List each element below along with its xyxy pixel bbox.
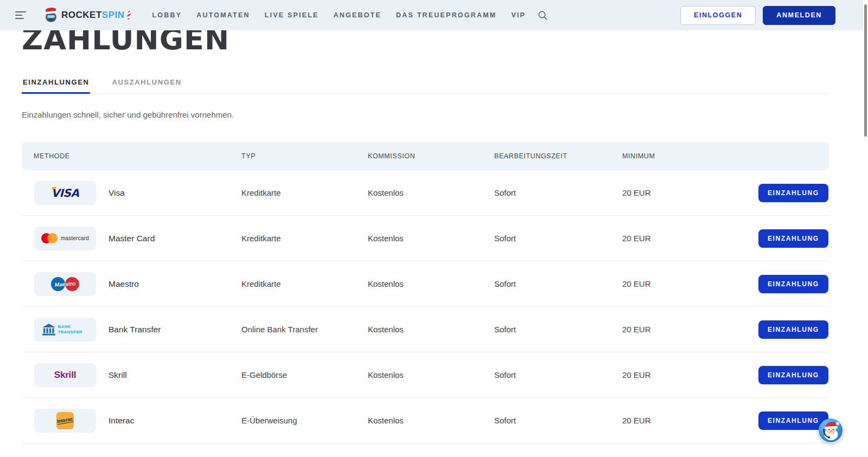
method-type: Kreditkarte — [241, 279, 368, 288]
method-type: Online Bank Transfer — [241, 325, 368, 334]
nav-item-lobby[interactable]: LOBBY — [152, 11, 182, 19]
nav-item-vip[interactable]: VIP — [511, 11, 526, 19]
table-row: mastercard Master Card Kreditkarte Koste… — [22, 216, 829, 261]
method-name: Maestro — [108, 279, 139, 289]
scrollbar-thumb[interactable] — [864, 4, 867, 137]
page-description: Einzahlungen schnell, sicher und gebühre… — [22, 110, 829, 119]
method-processing-time: Sofort — [494, 416, 622, 425]
menu-icon[interactable] — [15, 11, 27, 19]
bank-transfer-logo: BANK TRANSFER — [34, 318, 96, 342]
table-row: VISA Visa Kreditkarte Kostenlos Sofort 2… — [22, 170, 829, 216]
search-icon[interactable] — [538, 10, 548, 21]
method-minimum: 20 EUR — [622, 188, 758, 197]
support-chat-button[interactable] — [818, 418, 843, 443]
method-minimum: 20 EUR — [622, 370, 758, 379]
maestro-logo: Maestro — [34, 272, 96, 296]
nav-item-live-spiele[interactable]: LIVE SPIELE — [265, 11, 319, 19]
table-row: Interac Interac E-Überweisung Kostenlos … — [22, 398, 829, 443]
method-minimum: 20 EUR — [622, 325, 758, 334]
method-commission: Kostenlos — [368, 279, 494, 288]
col-header-kommission: KOMMISSION — [368, 152, 494, 160]
logo-text: ROCKETSPIN — [61, 10, 124, 21]
payment-methods-table: METHODE TYP KOMMISSION BEARBEITUNGSZEIT … — [22, 142, 829, 443]
method-commission: Kostenlos — [368, 325, 494, 334]
table-row: BANK TRANSFER Bank Transfer Online Bank … — [22, 307, 829, 352]
method-name: Skrill — [108, 370, 127, 380]
method-commission: Kostenlos — [368, 416, 494, 425]
method-minimum: 20 EUR — [622, 234, 758, 243]
method-processing-time: Sofort — [494, 370, 622, 379]
nav-item-treueprogramm[interactable]: DAS TREUEPROGRAMM — [396, 11, 496, 19]
mastercard-logo: mastercard — [34, 227, 96, 250]
col-header-typ: TYP — [241, 152, 368, 160]
auth-buttons: EINLOGGEN ANMELDEN — [680, 6, 835, 25]
santa-support-avatar-icon — [818, 418, 843, 443]
method-processing-time: Sofort — [494, 325, 622, 334]
signup-button[interactable]: ANMELDEN — [763, 6, 835, 25]
col-header-methode: METHODE — [22, 152, 241, 160]
bank-building-icon — [42, 324, 55, 336]
tab-auszahlungen[interactable]: AUSZAHLUNGEN — [111, 78, 182, 93]
payments-page: ZAHLUNGEN EINZAHLUNGEN AUSZAHLUNGEN Einz… — [22, 23, 829, 443]
santa-mascot-icon — [44, 7, 59, 23]
method-type: Kreditkarte — [241, 188, 368, 197]
col-header-bearbeitungszeit: BEARBEITUNGSZEIT — [494, 152, 622, 160]
method-name: Master Card — [108, 234, 155, 243]
deposit-button[interactable]: EINZAHLUNG — [758, 184, 828, 202]
col-header-minimum: MINIMUM — [622, 152, 758, 160]
rocketspin-logo[interactable]: ROCKETSPIN — [44, 7, 130, 23]
method-commission: Kostenlos — [368, 188, 494, 197]
candy-cane-icon — [127, 11, 132, 20]
top-navigation-bar: ROCKETSPIN LOBBY AUTOMATEN LIVE SPIELE A… — [0, 0, 868, 30]
skrill-logo: Skrill — [34, 363, 96, 387]
method-type: Kreditkarte — [241, 234, 368, 243]
deposit-button[interactable]: EINZAHLUNG — [758, 320, 828, 339]
visa-logo: VISA — [34, 181, 96, 205]
deposit-button[interactable]: EINZAHLUNG — [758, 229, 828, 248]
method-processing-time: Sofort — [494, 234, 622, 243]
nav-item-automaten[interactable]: AUTOMATEN — [196, 11, 250, 19]
scrollbar-track[interactable] — [863, 0, 868, 457]
table-row: Maestro Maestro Kreditkarte Kostenlos So… — [22, 261, 829, 307]
method-type: E-Geldbörse — [241, 370, 368, 379]
method-processing-time: Sofort — [494, 279, 622, 288]
method-name: Interac — [108, 416, 134, 426]
method-minimum: 20 EUR — [622, 416, 758, 425]
payments-tabs: EINZAHLUNGEN AUSZAHLUNGEN — [22, 78, 829, 94]
method-name: Bank Transfer — [108, 325, 161, 334]
deposit-button[interactable]: EINZAHLUNG — [758, 275, 828, 293]
method-minimum: 20 EUR — [622, 279, 758, 288]
deposit-button[interactable]: EINZAHLUNG — [758, 366, 828, 384]
table-row: Skrill Skrill E-Geldbörse Kostenlos Sofo… — [22, 352, 829, 398]
method-processing-time: Sofort — [494, 188, 622, 197]
main-nav: LOBBY AUTOMATEN LIVE SPIELE ANGEBOTE DAS… — [152, 11, 526, 19]
method-type: E-Überweisung — [241, 416, 368, 425]
table-header-row: METHODE TYP KOMMISSION BEARBEITUNGSZEIT … — [22, 142, 829, 170]
method-commission: Kostenlos — [368, 234, 494, 243]
login-button[interactable]: EINLOGGEN — [680, 6, 756, 25]
method-name: Visa — [108, 188, 125, 198]
nav-item-angebote[interactable]: ANGEBOTE — [334, 11, 381, 19]
interac-logo: Interac — [34, 409, 96, 433]
tab-einzahlungen[interactable]: EINZAHLUNGEN — [22, 78, 90, 93]
method-commission: Kostenlos — [368, 370, 494, 379]
